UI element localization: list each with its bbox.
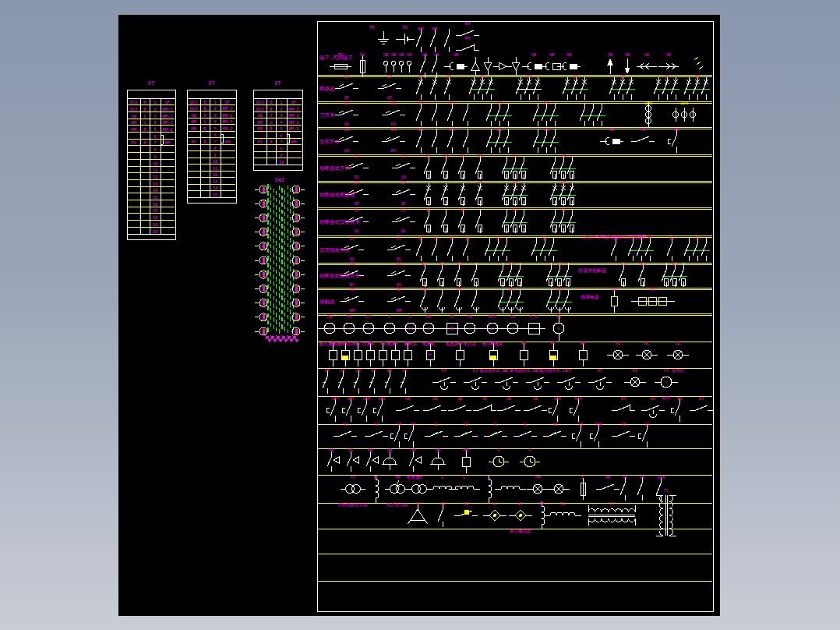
svg-text:SD: SD [666,52,672,57]
svg-text:QS: QS [557,261,563,266]
svg-text:TM: TM [395,475,401,480]
svg-text:vh: vh [490,326,495,331]
svg-text:U: U [143,120,146,125]
svg-text:QS3: QS3 [190,100,198,104]
svg-text:KM: KM [131,120,136,125]
svg-text:KM-3: KM-3 [288,120,298,125]
svg-text:SB: SB [432,396,438,401]
svg-text:QF: QF [480,74,485,79]
svg-text:DS: DS [355,154,360,158]
svg-text:SB: SB [533,396,538,401]
svg-text:负荷隔离开关: 负荷隔离开关 [319,247,351,253]
svg-text:KT: KT [491,341,496,345]
svg-text:信号灯: 信号灯 [672,368,685,373]
svg-text:3: 3 [280,113,282,118]
svg-text:SBT: SBT [331,396,340,401]
svg-text:KM: KM [457,341,463,345]
svg-text:QS: QS [544,101,549,105]
svg-text:DS: DS [391,122,397,126]
svg-text:SB: SB [621,422,626,426]
svg-text:7: 7 [154,140,156,145]
svg-text:QF: QF [527,74,532,79]
svg-text:QF: QF [446,74,452,79]
svg-text:KM: KM [509,287,514,292]
svg-text:QF: QF [695,74,701,79]
svg-text:HI: HI [348,448,354,452]
svg-text:DS: DS [391,101,397,105]
svg-text:SB: SB [549,52,555,57]
svg-text:QF: QF [344,74,350,79]
svg-text:5: 5 [214,126,216,131]
svg-text:9: 9 [280,153,282,158]
svg-text:SR: SR [397,422,402,426]
svg-text:1: 1 [154,100,156,104]
svg-text:KM-3: KM-3 [162,120,172,125]
svg-text:QS: QS [401,175,407,179]
svg-text:熔断器式隔离开关: 熔断器式隔离开关 [319,273,361,279]
svg-text:QF: QF [401,180,407,185]
svg-text:B: B [143,127,146,132]
svg-text:DS: DS [461,154,466,158]
svg-text:QS: QS [497,101,503,105]
svg-text:KH: KH [612,287,617,292]
svg-text:SB: SB [407,52,412,57]
svg-text:XT: XT [148,80,155,87]
svg-text:QS: QS [457,261,462,266]
svg-text:QS3: QS3 [130,107,138,111]
svg-text:10: 10 [213,159,218,164]
svg-text:电力变压器: 电力变压器 [386,502,408,508]
svg-text:5: 5 [280,126,282,131]
svg-text:KM-2: KM-2 [222,126,232,131]
svg-text:QL: QL [561,207,566,212]
cad-canvas[interactable]: PEPEKMKMKMKMFUFUSBSBSBSBSBSBSBSBSBSBSBSB… [118,15,720,616]
svg-text:SD: SD [440,501,446,506]
svg-text:KT: KT [343,341,348,345]
svg-text:QS: QS [672,261,678,266]
svg-text:QL: QL [450,235,455,240]
svg-text:QS: QS [509,261,514,266]
svg-text:SL: SL [523,422,528,426]
svg-text:QF: QF [355,180,360,185]
svg-text:SB: SB [383,52,389,57]
svg-text:QF: QF [620,74,626,79]
svg-text:QF: QF [478,180,483,185]
svg-text:KM: KM [418,27,424,31]
svg-text:SB: SB [411,422,416,426]
svg-text:SB: SB [578,422,584,426]
svg-text:吸合延时0.5s: 吸合延时0.5s [539,368,566,373]
svg-text:QF: QF [165,100,171,104]
svg-text:3: 3 [154,114,156,119]
svg-text:SB: SB [434,52,439,57]
svg-text:QF: QF [401,201,407,206]
svg-text:QL: QL [542,235,548,240]
svg-text:QS: QS [418,101,424,105]
svg-text:SB: SB [391,52,397,57]
svg-text:具有自动释放功能的负荷隔离开关: 具有自动释放功能的负荷隔离开关 [581,234,651,240]
svg-text:TC: TC [609,501,615,506]
svg-text:SB: SB [257,113,263,118]
svg-text:QS: QS [344,122,350,126]
svg-text:HA: HA [411,448,416,452]
svg-text:SBA: SBA [574,396,583,401]
svg-text:PV: PV [556,314,562,319]
svg-text:KH: KH [651,396,656,401]
svg-text:SI: SI [464,422,469,426]
svg-text:QL: QL [350,235,355,240]
svg-text:SD: SD [644,52,650,57]
svg-text:12: 12 [213,172,218,177]
svg-text:B: B [270,100,273,104]
svg-text:B: B [270,140,273,144]
svg-text:P_R: P_R [530,314,538,320]
svg-text:2: 2 [280,107,282,111]
svg-text:KM-1: KM-1 [162,114,172,119]
svg-text:XT: XT [208,80,215,87]
svg-text:DS: DS [443,154,449,158]
svg-text:SD: SD [482,396,488,401]
svg-text:QL: QL [426,207,432,212]
svg-text:B: B [143,140,146,145]
svg-text:HL: HL [616,341,621,345]
svg-text:KM: KM [557,287,563,292]
svg-text:KM: KM [257,120,263,125]
svg-text:KM: KM [257,126,263,131]
svg-text:SB: SB [399,52,404,57]
